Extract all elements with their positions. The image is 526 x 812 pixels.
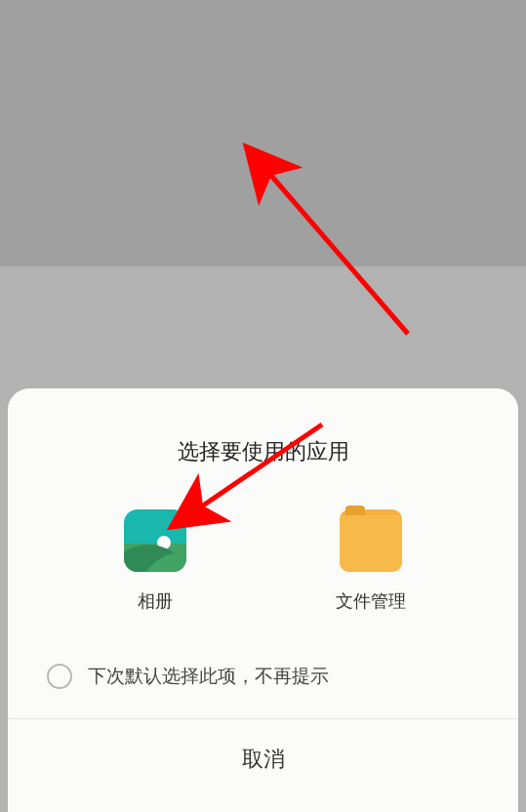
default-option-label: 下次默认选择此项，不再提示 bbox=[88, 664, 329, 689]
gallery-icon bbox=[124, 509, 186, 572]
app-item-gallery[interactable]: 相册 bbox=[82, 509, 228, 613]
app-label-gallery: 相册 bbox=[138, 589, 173, 613]
app-item-file-manager[interactable]: 文件管理 bbox=[298, 509, 444, 613]
default-option-row[interactable]: 下次默认选择此项，不再提示 bbox=[8, 642, 518, 718]
cancel-button[interactable]: 取消 bbox=[8, 719, 518, 799]
sheet-title: 选择要使用的应用 bbox=[8, 388, 518, 509]
radio-unchecked-icon bbox=[47, 664, 72, 689]
background-top bbox=[0, 0, 526, 266]
apps-row: 相册 文件管理 bbox=[8, 509, 518, 642]
folder-icon bbox=[340, 509, 402, 572]
app-chooser-sheet: 选择要使用的应用 相册 文件管理 下次默认选择此项，不再提示 取消 bbox=[8, 388, 518, 812]
app-label-file-manager: 文件管理 bbox=[336, 589, 406, 613]
